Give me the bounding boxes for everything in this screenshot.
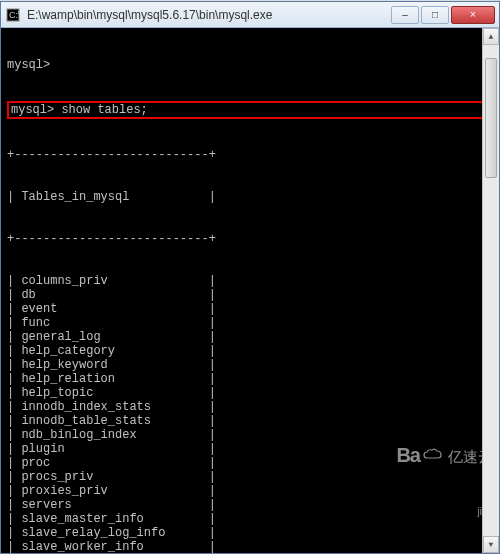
table-row: | ndb_binlog_index | <box>7 428 493 442</box>
table-row: | innodb_index_stats | <box>7 400 493 414</box>
table-row: | help_category | <box>7 344 493 358</box>
minimize-button[interactable]: – <box>391 6 419 24</box>
app-window: C:\ E:\wamp\bin\mysql\mysql5.6.17\bin\my… <box>0 1 500 554</box>
app-icon: C:\ <box>5 7 21 23</box>
scroll-down-button[interactable]: ▼ <box>483 536 499 553</box>
table-row: | proc | <box>7 456 493 470</box>
table-row: | slave_master_info | <box>7 512 493 526</box>
table-row: | slave_worker_info | <box>7 540 493 553</box>
vertical-scrollbar[interactable]: ▲ ▼ <box>482 28 499 553</box>
window-title: E:\wamp\bin\mysql\mysql5.6.17\bin\mysql.… <box>27 8 391 22</box>
table-row: | plugin | <box>7 442 493 456</box>
table-row: | innodb_table_stats | <box>7 414 493 428</box>
table-header: | Tables_in_mysql | <box>7 190 493 204</box>
window-controls: – □ × <box>391 6 495 24</box>
table-row: | columns_priv | <box>7 274 493 288</box>
scroll-thumb[interactable] <box>485 58 497 178</box>
table-row: | help_relation | <box>7 372 493 386</box>
table-row: | slave_relay_log_info | <box>7 526 493 540</box>
table-border-sep: +---------------------------+ <box>7 232 493 246</box>
maximize-button[interactable]: □ <box>421 6 449 24</box>
titlebar[interactable]: C:\ E:\wamp\bin\mysql\mysql5.6.17\bin\my… <box>1 2 499 28</box>
prev-prompt-line: mysql> <box>7 58 493 72</box>
scroll-up-button[interactable]: ▲ <box>483 28 499 45</box>
table-row: | func | <box>7 316 493 330</box>
command-line: mysql> show tables; <box>11 103 148 117</box>
highlight-command: mysql> show tables; <box>7 101 493 119</box>
table-rows: | columns_priv || db || event || func ||… <box>7 274 493 553</box>
table-row: | general_log | <box>7 330 493 344</box>
table-row: | help_keyword | <box>7 358 493 372</box>
table-border-top: +---------------------------+ <box>7 148 493 162</box>
table-row: | db | <box>7 288 493 302</box>
table-row: | procs_priv | <box>7 470 493 484</box>
terminal-output[interactable]: mysql> mysql> show tables; +------------… <box>1 28 499 553</box>
table-row: | servers | <box>7 498 493 512</box>
table-row: | proxies_priv | <box>7 484 493 498</box>
close-button[interactable]: × <box>451 6 495 24</box>
svg-text:C:\: C:\ <box>9 10 20 20</box>
table-row: | event | <box>7 302 493 316</box>
table-row: | help_topic | <box>7 386 493 400</box>
